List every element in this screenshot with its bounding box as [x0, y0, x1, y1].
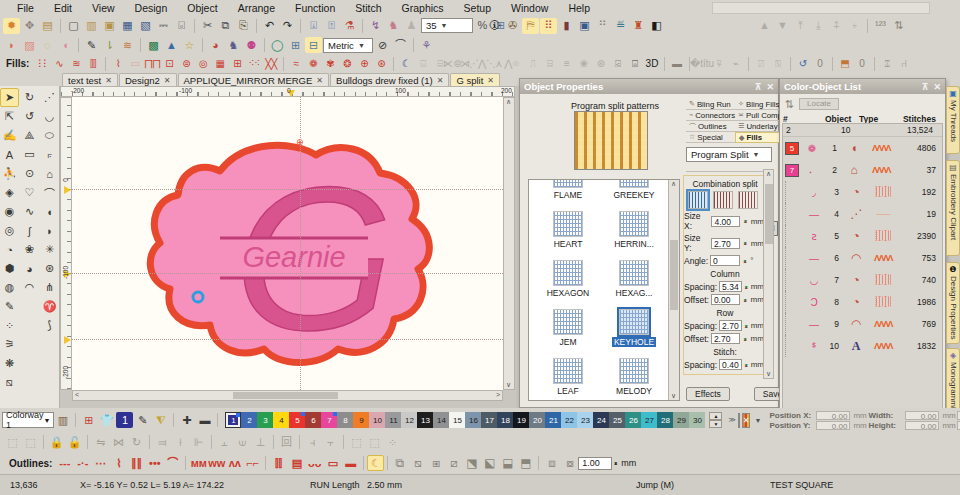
fill-stipple-icon[interactable]: ⁖⁖	[246, 57, 262, 71]
redo-icon[interactable]: ↷	[279, 18, 296, 34]
align-top-icon[interactable]: ⫠	[216, 434, 233, 450]
freehand-run-tool[interactable]: ∿	[20, 202, 39, 221]
object-row-10[interactable]: ᙚ10AΛΛΛΛ1832	[783, 335, 942, 357]
palette-color-2[interactable]: 2	[241, 412, 257, 428]
palette-color-14[interactable]: 14	[433, 412, 449, 428]
design-canvas[interactable]: G Gearnie ⊕	[72, 97, 503, 390]
close-icon[interactable]: ✕	[766, 82, 774, 92]
pattern-list-scrollbar[interactable]: ∧∨	[668, 180, 679, 400]
fill-type-select[interactable]: Program Split▼	[686, 147, 772, 162]
sequence-color-down-icon[interactable]: ⍖	[846, 18, 863, 34]
knife-icon[interactable]: ⑁	[896, 57, 912, 71]
fill-moon-icon[interactable]: ☾	[398, 57, 414, 71]
rotate-ccw-tool[interactable]: ↺	[20, 107, 39, 126]
fill-step-icon[interactable]: ⫿⫿	[85, 57, 101, 71]
thread-chart-icon[interactable]: ▮	[558, 18, 575, 34]
row-offset-spinner[interactable]: ▲▼	[742, 333, 749, 344]
align-middle-icon[interactable]: ⟒	[234, 434, 251, 450]
menu-arrange[interactable]: Arrange	[229, 1, 284, 15]
mirror-objects-icon[interactable]: ⇋	[92, 434, 109, 450]
thread-colors-icon[interactable]: ✇	[504, 18, 521, 34]
color-grid-icon[interactable]: ⊞	[80, 412, 97, 428]
scatter-tool[interactable]: ❋	[0, 354, 19, 373]
colorway-editor-icon[interactable]: ⠿	[540, 18, 557, 34]
tab-bling-fills[interactable]: ✧Bling Fills	[735, 99, 782, 110]
palette-color-4[interactable]: 4	[273, 412, 289, 428]
lock-icon[interactable]: 🔒	[48, 434, 65, 450]
size-y-spinner[interactable]: ▲▼	[742, 238, 749, 249]
shapes-tool[interactable]: ♡	[20, 183, 39, 202]
palette-color-11[interactable]: 11	[385, 412, 401, 428]
center-design-icon[interactable]: 回	[278, 434, 295, 450]
shape-weld-icon[interactable]: ⧉	[391, 455, 408, 471]
close-icon[interactable]: ✕	[105, 76, 112, 85]
stamp-icon[interactable]: ♜	[630, 18, 647, 34]
size-x-spinner[interactable]: ▲▼	[742, 216, 749, 227]
arc-pink-tool[interactable]: ◠	[20, 278, 39, 297]
distribute-v-icon[interactable]: ⫟	[322, 434, 339, 450]
monogram-tool[interactable]: ◈	[0, 183, 19, 202]
palette-color-7[interactable]: 7	[321, 412, 337, 428]
wreath-icon[interactable]: ⌾	[508, 57, 524, 71]
knife-split-tool[interactable]: ⚞	[0, 335, 19, 354]
fill-wave-icon[interactable]: ≈	[288, 57, 304, 71]
doc-tab-g-split[interactable]: G split✕	[450, 73, 500, 86]
rotate-45-icon[interactable]: ⌁	[728, 57, 744, 71]
fill-ring-icon[interactable]: ⊛	[373, 57, 389, 71]
portfolio-icon[interactable]: ▤	[39, 18, 56, 34]
digitize-needle-icon[interactable]: ⇂	[101, 37, 118, 53]
offset-fill-icon[interactable]: ⧇	[561, 455, 578, 471]
scrollbar-thumb[interactable]	[233, 392, 338, 399]
triple-run-tool[interactable]: ◎	[0, 221, 19, 240]
spacing-grid-icon[interactable]: ⁘	[384, 434, 401, 450]
pattern-greekey[interactable]: GREEKEY	[601, 179, 667, 202]
stitch-spacing-spinner[interactable]: ▲▼	[744, 359, 749, 370]
mirror-copy-icon[interactable]: ⋈	[110, 434, 127, 450]
insert-design-icon[interactable]: ⍗	[305, 18, 322, 34]
kaleidoscope-icon[interactable]: ⋏	[491, 57, 507, 71]
reshape-node-tool[interactable]: ⋰	[40, 88, 59, 107]
contrast-icon[interactable]: ◧	[648, 18, 665, 34]
scale-field-icon[interactable]: ⬒	[837, 57, 853, 71]
palette-color-16[interactable]: 16	[465, 412, 481, 428]
palette-color-26[interactable]: 26	[625, 412, 641, 428]
object-row-4[interactable]: ―4⋰·─·─·19	[783, 203, 942, 225]
stitch-length-spinner[interactable]: ▲▼	[612, 458, 619, 469]
color-picker-icon[interactable]: ✎	[134, 412, 151, 428]
pattern-herrin[interactable]: HERRIN...	[601, 202, 667, 251]
fill-crosshatch-icon[interactable]: ▦	[212, 57, 228, 71]
applique-icon[interactable]: ◕	[207, 37, 224, 53]
tab-special[interactable]: ☆Special	[686, 132, 735, 143]
undo-icon[interactable]: ↶	[261, 18, 278, 34]
motif-run-tool[interactable]: ◔	[0, 240, 19, 259]
outline-column-icon[interactable]: ⫿⫿	[270, 455, 287, 471]
sequence-end-icon[interactable]: ⤓	[810, 18, 827, 34]
open-recent-icon[interactable]: ▣	[101, 18, 118, 34]
panel-titlebar[interactable]: Object Properties ⊼✕	[520, 79, 778, 94]
menu-object[interactable]: Object	[178, 1, 226, 15]
stagger-icon[interactable]: ❀	[576, 57, 592, 71]
fill-ripple-icon[interactable]: ✾	[322, 57, 338, 71]
guide-marker[interactable]	[64, 186, 71, 194]
fill-radial-icon[interactable]: ⊕	[356, 57, 372, 71]
outline-white-tool[interactable]: ◍	[0, 278, 19, 297]
new-design-icon[interactable]: ▢	[65, 18, 82, 34]
fill-small-icon[interactable]: ◖	[57, 37, 74, 53]
colorway-chip-icon[interactable]: 1	[116, 412, 133, 428]
fill-petal-icon[interactable]: ◗	[3, 37, 20, 53]
insert-embroidery-icon[interactable]: ⍐	[323, 18, 340, 34]
palette-color-19[interactable]: 19	[513, 412, 529, 428]
position-x-input[interactable]: 0.00	[816, 411, 850, 420]
print-icon[interactable]: ⎓	[155, 18, 172, 34]
stitch-list-icon[interactable]: ⠛	[594, 18, 611, 34]
align-right-icon[interactable]: ⊩	[190, 434, 207, 450]
graphics-star-icon[interactable]: ☆	[181, 37, 198, 53]
ruler-bar-icon[interactable]: ▬	[669, 57, 685, 71]
digitize-ribbon-icon[interactable]: ≋	[119, 37, 136, 53]
pattern-hexag[interactable]: HEXAG...	[601, 251, 667, 300]
remove-unused-colors-icon[interactable]	[742, 413, 751, 428]
open-design-icon[interactable]: ▥	[83, 18, 100, 34]
arc-tool[interactable]: ◡	[40, 107, 59, 126]
scale-value-icon[interactable]: 0	[854, 57, 870, 71]
column-c-tool[interactable]: ◖	[40, 202, 59, 221]
